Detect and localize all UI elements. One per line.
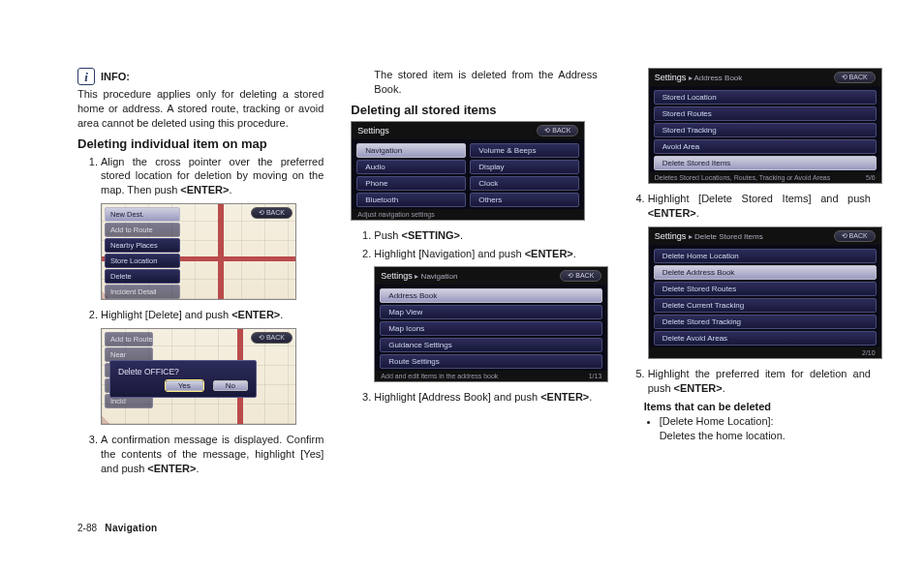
settings-navigation[interactable]: Navigation: [356, 143, 466, 158]
screenshot-map-menu: ⟲ BACK New Dest. Add to Route Nearby Pla…: [101, 203, 296, 300]
c2-step3: A confirmation message is displayed. Con…: [101, 433, 323, 476]
info-icon: i: [77, 68, 95, 85]
section-name: Navigation: [105, 523, 157, 533]
settings-others[interactable]: Others: [470, 193, 579, 207]
screen-title: Settings: [357, 126, 389, 135]
page-number: 2-88: [77, 523, 97, 533]
del-address-book[interactable]: Delete Address Book: [654, 265, 877, 280]
menu-nearby-places[interactable]: Nearby Places: [105, 238, 180, 253]
no-button[interactable]: No: [213, 380, 248, 391]
del-stored-tracking[interactable]: Delete Stored Tracking: [654, 315, 877, 329]
info-body: This procedure applies only for deleting…: [77, 87, 323, 131]
ab-avoid-area[interactable]: Avoid Area: [654, 139, 877, 154]
screen-title: Settings: [381, 271, 413, 281]
c2-step3-cont: The stored item is deleted from the Addr…: [374, 68, 597, 97]
nav-route-settings[interactable]: Route Settings: [380, 354, 602, 369]
del-current-tracking[interactable]: Delete Current Tracking: [654, 298, 877, 313]
settings-display[interactable]: Display: [470, 160, 579, 174]
index-counter: 2/10: [862, 349, 876, 356]
c2b-step2: Highlight [Navigation] and push <ENTER>.: [374, 247, 597, 261]
nav-address-book[interactable]: Address Book: [380, 288, 602, 303]
back-button[interactable]: ⟲ BACK: [251, 332, 293, 344]
settings-clock[interactable]: Clock: [470, 176, 579, 191]
settings-volume[interactable]: Volume & Beeps: [470, 143, 579, 158]
back-button[interactable]: ⟲ BACK: [251, 207, 293, 219]
info-heading: i INFO:: [77, 68, 323, 85]
back-button[interactable]: ⟲ BACK: [834, 230, 876, 242]
nav-guidance[interactable]: Guidance Settings: [380, 338, 602, 352]
page-body: i INFO: This procedure applies only for …: [0, 0, 924, 518]
settings-audio[interactable]: Audio: [356, 160, 466, 174]
ab-stored-routes[interactable]: Stored Routes: [654, 106, 877, 121]
heading-delete-individual: Deleting individual item on map: [77, 136, 323, 151]
nav-map-icons[interactable]: Map Icons: [380, 321, 602, 336]
settings-phone[interactable]: Phone: [356, 176, 466, 191]
help-text: Deletes Stored Locations, Routes, Tracki…: [655, 174, 831, 181]
page-footer: 2-88 Navigation: [77, 523, 157, 533]
sub-heading-items-can-delete: Items that can be deleted: [644, 401, 871, 412]
screenshot-delete-confirm: ⟲ BACK Add to Route Near Store Delete In…: [101, 328, 296, 425]
menu-delete[interactable]: Delete: [105, 269, 180, 284]
screenshot-address-book: Settings ▸ Address Book ⟲ BACK Stored Lo…: [648, 68, 882, 184]
back-button[interactable]: ⟲ BACK: [560, 270, 601, 282]
help-text: Adjust navigation settings: [357, 211, 434, 218]
dialog-prompt: Delete OFFICE?: [118, 367, 248, 376]
bullet-delete-home: [Delete Home Location]: Deletes the home…: [660, 414, 871, 443]
screenshot-delete-stored-items: Settings ▸ Delete Stored Items ⟲ BACK De…: [648, 226, 882, 359]
del-stored-routes[interactable]: Delete Stored Routes: [654, 282, 877, 296]
menu-store-location[interactable]: Store Location: [105, 254, 180, 268]
screen-title: Settings: [655, 231, 687, 241]
side-item[interactable]: Add to Route: [105, 332, 153, 346]
help-text: Add and edit items in the address book: [381, 373, 498, 379]
ab-delete-stored-items[interactable]: Delete Stored Items: [654, 156, 877, 170]
index-counter: 5/6: [866, 174, 876, 181]
c3-step3: Highlight [Address Book] and push <ENTER…: [374, 390, 597, 405]
info-label: INFO:: [101, 71, 130, 82]
del-avoid-areas[interactable]: Delete Avoid Areas: [654, 331, 877, 346]
nav-map-view[interactable]: Map View: [380, 305, 602, 319]
screenshot-settings-navigation: Settings ▸ Navigation ⟲ BACK Address Boo…: [374, 266, 608, 382]
screen-title: Settings: [655, 73, 687, 82]
menu-new-dest[interactable]: New Dest.: [105, 207, 180, 222]
screenshot-settings: Settings ⟲ BACK NavigationVolume & Beeps…: [351, 121, 585, 221]
ab-stored-location[interactable]: Stored Location: [654, 90, 877, 105]
c1-step1: Align the cross pointer over the preferr…: [101, 155, 323, 198]
c2b-step1: Push <SETTING>.: [374, 228, 597, 243]
del-home-location[interactable]: Delete Home Location: [654, 249, 877, 263]
c3-step4: Highlight [Delete Stored Items] and push…: [648, 192, 871, 221]
back-button[interactable]: ⟲ BACK: [834, 72, 876, 83]
yes-button[interactable]: Yes: [166, 380, 203, 391]
menu-add-to-route[interactable]: Add to Route: [105, 223, 180, 237]
heading-delete-all: Deleting all stored items: [351, 103, 597, 117]
ab-stored-tracking[interactable]: Stored Tracking: [654, 123, 877, 137]
back-button[interactable]: ⟲ BACK: [537, 125, 578, 136]
c1-step2: Highlight [Delete] and push <ENTER>.: [101, 308, 323, 322]
confirm-dialog: Delete OFFICE? Yes No: [109, 360, 257, 398]
map-context-menu: New Dest. Add to Route Nearby Places Sto…: [105, 207, 180, 299]
settings-bluetooth[interactable]: Bluetooth: [356, 193, 466, 207]
menu-incident-detail[interactable]: Incident Detail: [105, 285, 180, 299]
index-counter: 1/13: [589, 373, 602, 379]
c3-step5: Highlight the preferred item for deletio…: [648, 367, 871, 396]
